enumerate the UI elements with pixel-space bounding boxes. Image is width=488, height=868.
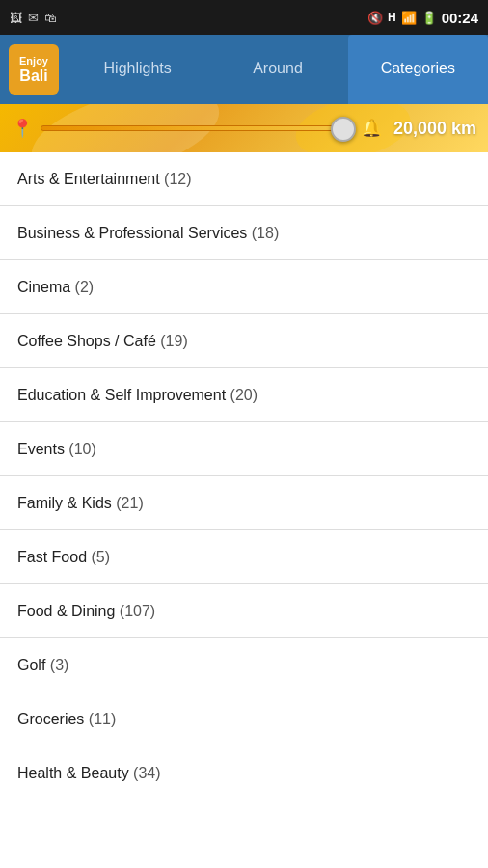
- category-count: (12): [164, 171, 191, 187]
- list-item[interactable]: Food & Dining (107): [0, 584, 488, 638]
- tab-categories-label: Categories: [381, 60, 455, 77]
- bell-icon: 🔔: [361, 118, 382, 139]
- app-logo: Enjoy Bali: [0, 35, 68, 104]
- distance-label: 20,000 km: [393, 119, 476, 139]
- category-name: Family & Kids (21): [17, 495, 144, 512]
- tab-around-label: Around: [253, 60, 303, 77]
- category-name: Business & Professional Services (18): [17, 225, 279, 242]
- category-count: (11): [89, 711, 116, 727]
- category-count: (5): [91, 549, 110, 565]
- nav-tabs: Highlights Around Categories: [68, 35, 488, 104]
- category-count: (21): [116, 495, 143, 511]
- category-name: Events (10): [17, 441, 96, 458]
- category-name: Health & Beauty (34): [17, 765, 161, 782]
- category-count: (34): [133, 765, 160, 781]
- category-name: Groceries (11): [17, 711, 116, 728]
- category-count: (3): [50, 657, 69, 673]
- category-list: Arts & Entertainment (12)Business & Prof…: [0, 152, 488, 868]
- category-name: Golf (3): [17, 657, 68, 674]
- list-item[interactable]: Health & Beauty (34): [0, 746, 488, 800]
- category-name: Food & Dining (107): [17, 603, 155, 620]
- list-item[interactable]: Fast Food (5): [0, 530, 488, 584]
- signal-icon: 📶: [401, 11, 417, 25]
- list-item[interactable]: Coffee Shops / Café (19): [0, 314, 488, 368]
- status-right-icons: 🔇 H 📶 🔋 00:24: [367, 10, 478, 26]
- category-count: (10): [68, 441, 95, 457]
- list-item[interactable]: Groceries (11): [0, 692, 488, 746]
- filter-bar: 📍 🔔 20,000 km: [0, 104, 488, 152]
- category-count: (2): [75, 279, 95, 295]
- category-count: (20): [230, 387, 258, 403]
- status-left-icons: 🖼 ✉ 🛍: [10, 11, 57, 25]
- list-item[interactable]: Cinema (2): [0, 260, 488, 314]
- tab-highlights-label: Highlights: [104, 60, 172, 77]
- list-item[interactable]: Events (10): [0, 422, 488, 476]
- list-item[interactable]: Business & Professional Services (18): [0, 206, 488, 260]
- category-name: Education & Self Improvement (20): [17, 387, 258, 404]
- range-slider[interactable]: [41, 125, 353, 131]
- bag-icon: 🛍: [44, 11, 57, 25]
- distance-value: 20,000: [393, 119, 447, 138]
- distance-unit: km: [451, 119, 476, 138]
- h-icon: H: [388, 11, 396, 24]
- logo-enjoy-text: Enjoy: [19, 55, 48, 68]
- category-name: Arts & Entertainment (12): [17, 171, 192, 188]
- header: Enjoy Bali Highlights Around Categories: [0, 35, 488, 104]
- status-time: 00:24: [442, 10, 478, 26]
- mute-icon: 🔇: [367, 11, 383, 25]
- category-count: (107): [120, 603, 155, 619]
- tab-highlights[interactable]: Highlights: [68, 35, 207, 104]
- category-name: Cinema (2): [17, 279, 94, 296]
- list-item[interactable]: Golf (3): [0, 638, 488, 692]
- list-item[interactable]: Education & Self Improvement (20): [0, 368, 488, 422]
- category-name: Fast Food (5): [17, 549, 110, 566]
- logo-bali-text: Bali: [19, 68, 47, 85]
- list-item[interactable]: Arts & Entertainment (12): [0, 152, 488, 206]
- picture-icon: 🖼: [10, 11, 22, 25]
- slider-thumb[interactable]: [331, 117, 356, 142]
- category-count: (18): [252, 225, 279, 241]
- status-bar: 🖼 ✉ 🛍 🔇 H 📶 🔋 00:24: [0, 0, 488, 35]
- battery-icon: 🔋: [421, 11, 437, 25]
- tab-categories[interactable]: Categories: [348, 35, 488, 104]
- category-name: Coffee Shops / Café (19): [17, 333, 188, 350]
- list-item[interactable]: Family & Kids (21): [0, 476, 488, 530]
- pin-icon-left: 📍: [12, 118, 33, 139]
- category-count: (19): [160, 333, 187, 349]
- tab-around[interactable]: Around: [207, 35, 347, 104]
- logo-box: Enjoy Bali: [9, 44, 59, 95]
- email-icon: ✉: [28, 11, 39, 25]
